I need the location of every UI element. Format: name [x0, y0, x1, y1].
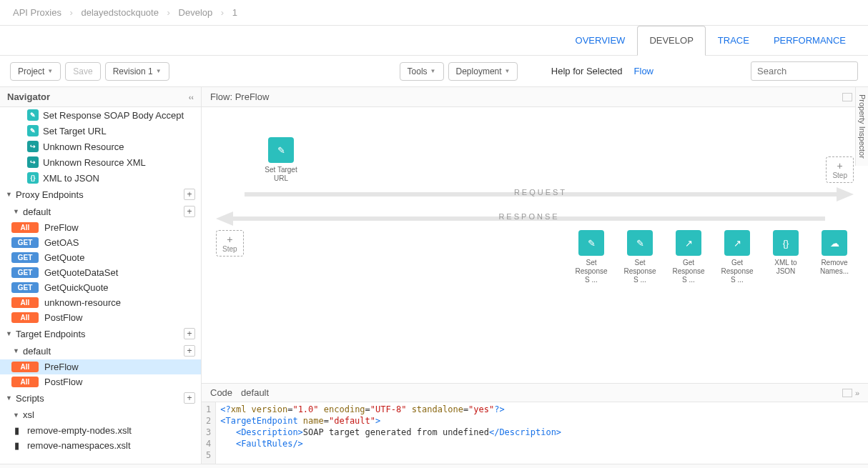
- step-label: Get Response S ...: [719, 259, 755, 284]
- tools-button[interactable]: Tools▼: [400, 62, 444, 81]
- save-button[interactable]: Save: [65, 62, 100, 81]
- step-icon: ✎: [268, 137, 294, 163]
- add-step-button[interactable]: + Step: [216, 230, 244, 257]
- tabs-bar: OVERVIEW DEVELOP TRACE PERFORMANCE: [0, 26, 868, 56]
- section-proxy-endpoints[interactable]: ▼ Proxy Endpoints +: [0, 186, 201, 203]
- view-toggle-icon[interactable]: [842, 93, 852, 101]
- step-icon: ↗: [724, 230, 750, 256]
- flow-step[interactable]: ↗Get Response S ...: [718, 230, 756, 284]
- method-badge: GET: [11, 267, 39, 278]
- flow-item[interactable]: GETGetQuoteDataSet: [0, 265, 201, 280]
- method-badge: All: [11, 377, 39, 387]
- method-badge: All: [11, 312, 39, 323]
- flow-item[interactable]: AllPostFlow: [0, 374, 201, 389]
- chevron-right-icon: ›: [167, 7, 170, 18]
- breadcrumb-item[interactable]: delayedstockquote: [82, 7, 159, 18]
- caret-down-icon: ▼: [6, 330, 13, 337]
- chevron-right-icon: ›: [221, 7, 224, 18]
- add-button[interactable]: +: [184, 345, 195, 357]
- flow-step[interactable]: ✎Set Target URL: [262, 137, 300, 183]
- tab-trace[interactable]: TRACE: [706, 26, 761, 55]
- caret-down-icon: ▼: [6, 191, 13, 198]
- navigator-header: Navigator ‹‹: [0, 87, 201, 107]
- project-button[interactable]: Project▼: [10, 62, 61, 81]
- collapse-icon[interactable]: ‹‹: [189, 93, 194, 101]
- flow-item-label: GetQuickQuote: [44, 282, 109, 293]
- script-file[interactable]: ▮remove-empty-nodes.xslt: [0, 423, 201, 438]
- add-button[interactable]: +: [184, 328, 195, 339]
- step-label: XML to JSON: [768, 259, 804, 276]
- flow-item-label: PreFlow: [44, 362, 79, 372]
- flow-step[interactable]: ☁Remove Names...: [815, 230, 854, 284]
- nav-item[interactable]: ↪Unknown Resource XML: [0, 154, 201, 170]
- nav-item[interactable]: ✎Set Target URL: [0, 123, 201, 139]
- code-header: Code default »: [202, 383, 868, 402]
- chevron-icon[interactable]: »: [855, 389, 859, 397]
- flow-step[interactable]: ✎Set Response S ...: [572, 230, 611, 284]
- flow-item[interactable]: Allunknown-resource: [0, 295, 201, 310]
- add-button[interactable]: +: [184, 206, 195, 217]
- flow-item[interactable]: AllPreFlow: [0, 359, 201, 374]
- caret-down-icon: ▼: [505, 68, 511, 74]
- flow-step[interactable]: ↗Get Response S ...: [669, 230, 708, 284]
- code-editor[interactable]: 12345 <?xml version="1.0" encoding="UTF-…: [202, 402, 868, 464]
- tab-overview[interactable]: OVERVIEW: [563, 26, 638, 55]
- nav-item[interactable]: ↪Unknown Resource: [0, 139, 201, 154]
- nav-item-label: XML to JSON: [43, 173, 99, 184]
- breadcrumb-item[interactable]: Develop: [179, 7, 213, 18]
- deployment-button[interactable]: Deployment▼: [448, 62, 518, 81]
- scripts-xsl[interactable]: ▼ xsl: [0, 407, 201, 423]
- file-icon: ▮: [14, 440, 23, 451]
- chevron-right-icon: ›: [70, 7, 73, 18]
- flow-step[interactable]: {}XML to JSON: [766, 230, 805, 284]
- request-flow-line: REQUEST: [245, 192, 837, 196]
- flow-item[interactable]: AllPreFlow: [0, 220, 201, 235]
- add-step-button[interactable]: + Step: [826, 156, 854, 183]
- section-scripts[interactable]: ▼ Scripts +: [0, 389, 201, 407]
- search-input[interactable]: [751, 61, 858, 81]
- flow-item[interactable]: AllPostFlow: [0, 310, 201, 325]
- breadcrumb: API Proxies › delayedstockquote › Develo…: [0, 0, 868, 26]
- step-icon: ✎: [578, 230, 604, 256]
- main: Navigator ‹‹ ✎Set Response SOAP Body Acc…: [0, 87, 868, 464]
- file-icon: ▮: [14, 425, 23, 436]
- caret-down-icon: ▼: [47, 68, 53, 74]
- file-label: remove-empty-nodes.xslt: [27, 425, 132, 436]
- right-pane: Flow: PreFlow » Property Inspector ✎Set …: [202, 87, 868, 464]
- caret-down-icon: ▼: [156, 68, 162, 74]
- flow-item[interactable]: GETGetQuickQuote: [0, 280, 201, 295]
- flow-item-label: PreFlow: [44, 222, 79, 233]
- step-label: Set Response S ...: [622, 259, 658, 284]
- breadcrumb-item[interactable]: API Proxies: [13, 7, 61, 18]
- toolbar: Project▼ Save Revision 1▼ Tools▼ Deploym…: [0, 56, 868, 87]
- plus-icon: +: [227, 234, 232, 245]
- policy-icon: ↪: [27, 156, 39, 168]
- target-default[interactable]: ▼ default +: [0, 342, 201, 359]
- script-file[interactable]: ▮remove-namespaces.xslt: [0, 438, 201, 453]
- tab-develop[interactable]: DEVELOP: [637, 26, 705, 56]
- response-flow-line: RESPONSE: [233, 216, 825, 221]
- section-target-endpoints[interactable]: ▼ Target Endpoints +: [0, 325, 201, 342]
- add-button[interactable]: +: [184, 392, 195, 404]
- flow-item[interactable]: GETGetOAS: [0, 235, 201, 250]
- flow-item-label: GetOAS: [44, 237, 79, 248]
- proxy-default[interactable]: ▼ default +: [0, 203, 201, 220]
- breadcrumb-item[interactable]: 1: [232, 7, 237, 18]
- help-label: Help for Selected: [551, 66, 623, 76]
- add-button[interactable]: +: [184, 189, 195, 200]
- flow-item[interactable]: GETGetQuote: [0, 250, 201, 265]
- nav-item[interactable]: ✎Set Response SOAP Body Accept: [0, 107, 201, 123]
- method-badge: All: [11, 362, 39, 372]
- navigator: Navigator ‹‹ ✎Set Response SOAP Body Acc…: [0, 87, 202, 464]
- method-badge: GET: [11, 237, 39, 248]
- flow-link[interactable]: Flow: [634, 66, 654, 76]
- revision-button[interactable]: Revision 1▼: [105, 62, 169, 81]
- step-label: Remove Names...: [817, 259, 852, 276]
- flow-header: Flow: PreFlow »: [202, 87, 868, 107]
- view-toggle-icon[interactable]: [842, 389, 852, 397]
- step-icon: ✎: [627, 230, 653, 256]
- tab-performance[interactable]: PERFORMANCE: [761, 26, 858, 55]
- flow-step[interactable]: ✎Set Response S ...: [621, 230, 659, 284]
- nav-item[interactable]: {}XML to JSON: [0, 170, 201, 186]
- caret-down-icon: ▼: [430, 68, 436, 74]
